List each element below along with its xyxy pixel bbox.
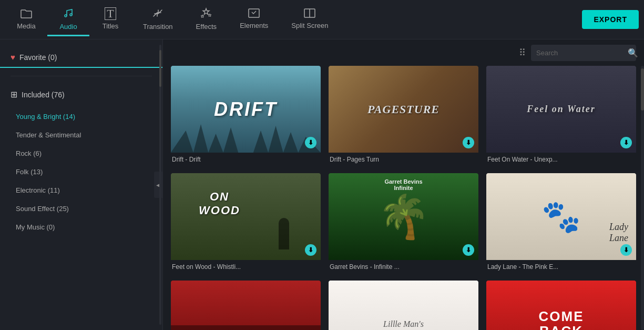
sidebar-folk-label: Folk (13) [16,168,43,176]
media-card-drift-drift[interactable]: DRIFT ⬇ Drift - Drift [171,66,321,165]
media-card-row3-2[interactable]: Lillle Man's ⬇ Lillle Man's [329,281,478,330]
sidebar-item-folk[interactable]: Folk (13) [0,163,162,181]
sidebar-rock-label: Rock (6) [16,149,42,157]
nav-audio[interactable]: Audio [47,3,89,36]
pages-text-overlay: PAGESTURE [367,103,439,116]
nav-audio-label: Audio [59,23,77,31]
media-card-garret[interactable]: 🌴 Garret BevinsInfinite ⬇ Garret Bevins … [329,173,478,273]
media-thumb-feet-water: Feel on Water ⬇ [486,66,636,153]
sidebar-item-electronic[interactable]: Electronic (11) [0,181,162,199]
media-card-row3-1[interactable]: DI ⬇ [171,281,321,330]
sidebar-divider [11,76,152,76]
nav-effects-label: Effects [196,23,217,31]
sidebar-item-my-music[interactable]: My Music (0) [0,218,162,236]
media-thumb-row3-2: Lillle Man's ⬇ [329,281,478,330]
nav-titles[interactable]: T Titles [89,3,131,36]
titles-icon: T [105,7,116,20]
nav-titles-label: Titles [103,22,119,30]
grid-view-icon[interactable]: ⠿ [519,47,526,58]
search-box: 🔍 [531,45,636,61]
media-card-feet-wood[interactable]: ONWOOD ⬇ Feet on Wood - Whistli... [171,173,321,273]
sidebar-my-music-label: My Music (0) [16,223,55,231]
media-thumb-row3-1: DI ⬇ [171,281,321,330]
svg-point-1 [70,14,72,16]
garret-text-overlay: Garret BevinsInfinite [329,178,478,191]
top-nav: Media Audio T Titles Transition Effects [0,0,644,39]
nav-splitscreen[interactable]: Split Screen [280,3,340,36]
nav-splitscreen-label: Split Screen [291,22,328,29]
sidebar-item-young-bright[interactable]: Young & Bright (14) [0,107,162,126]
effects-icon [200,7,212,21]
media-label-lady-lane: Lady Lane - The Pink E... [486,260,636,273]
sidebar-item-rock[interactable]: Rock (6) [0,144,162,163]
media-thumb-lady-lane: 🐾 LadyLane ⬇ [486,173,636,260]
sidebar-included[interactable]: ⊞ Included (76) [0,84,162,105]
sidebar-scrollbar-thumb [159,50,161,87]
sidebar-tender-label: Tender & Sentimental [16,131,81,139]
sidebar: ♥ Favorite (0) ⊞ Included (76) Young & B… [0,39,163,330]
folder-icon [21,8,32,20]
media-card-feet-water[interactable]: Feel on Water ⬇ Feet On Water - Unexp... [486,66,636,165]
media-thumb-feet-wood: ONWOOD ⬇ [171,173,321,260]
nav-media-label: Media [17,22,35,30]
nav-elements[interactable]: Elements [228,3,280,36]
sidebar-item-sound-effect[interactable]: Sound Effect (25) [0,199,162,218]
search-input[interactable] [536,49,625,57]
download-badge-wood[interactable]: ⬇ [305,244,316,256]
main-scrollbar-thumb [641,68,644,111]
nav-transition[interactable]: Transition [131,3,185,36]
grid-category-icon: ⊞ [11,89,17,99]
row3-2-text: Lillle Man's [383,319,424,329]
media-thumb-drift-drift: DRIFT ⬇ [171,66,321,153]
sidebar-favorite[interactable]: ♥ Favorite (0) [0,47,162,68]
media-thumb-comeback: COMEBACK ⬇ [486,281,636,330]
media-label-drift-pages: Drift - Pages Turn [329,153,478,165]
media-label-garret: Garret Bevins - Infinite ... [329,260,478,273]
main-content: ⠿ 🔍 DRIFT ⬇ Drift - Drift [163,39,644,330]
download-badge-lady[interactable]: ⬇ [620,244,632,256]
water-text-overlay: Feel on Water [527,103,595,116]
lady-text-overlay: LadyLane [609,222,628,244]
sidebar-included-label: Included (76) [22,91,65,99]
sidebar-young-bright-label: Young & Bright (14) [16,113,75,121]
nav-effects[interactable]: Effects [185,3,229,36]
media-label-drift-drift: Drift - Drift [171,153,321,165]
media-label-feet-wood: Feet on Wood - Whistli... [171,260,321,273]
download-badge-garret[interactable]: ⬇ [463,244,474,256]
heart-icon: ♥ [11,53,15,62]
drift-text-overlay: DRIFT [214,98,278,121]
sidebar-sound-effect-label: Sound Effect (25) [16,205,69,213]
media-card-lady-lane[interactable]: 🐾 LadyLane ⬇ Lady Lane - The Pink E... [486,173,636,273]
media-grid: DRIFT ⬇ Drift - Drift PAGESTURE ⬇ Drift … [171,66,636,330]
nav-items: Media Audio T Titles Transition Effects [5,3,582,36]
media-label-feet-water: Feet On Water - Unexp... [486,153,636,165]
transition-icon [152,7,163,21]
media-card-drift-pages[interactable]: PAGESTURE ⬇ Drift - Pages Turn [329,66,478,165]
audio-icon [63,7,74,21]
media-thumb-garret: 🌴 Garret BevinsInfinite ⬇ [329,173,478,260]
nav-transition-label: Transition [143,23,173,31]
search-button[interactable]: 🔍 [628,48,638,58]
download-badge-water[interactable]: ⬇ [620,137,632,148]
svg-point-0 [65,15,67,17]
elements-icon [248,8,260,19]
download-badge-drift[interactable]: ⬇ [305,137,316,148]
sidebar-electronic-label: Electronic (11) [16,186,60,194]
content-area: ♥ Favorite (0) ⊞ Included (76) Young & B… [0,39,644,330]
export-button[interactable]: EXPORT [582,10,639,29]
download-badge-pages[interactable]: ⬇ [463,137,474,148]
media-card-comeback[interactable]: COMEBACK ⬇ [486,281,636,330]
main-toolbar: ⠿ 🔍 [163,39,644,66]
comeback-text: COMEBACK [539,309,584,330]
sidebar-favorite-label: Favorite (0) [19,53,57,62]
media-thumb-drift-pages: PAGESTURE ⬇ [329,66,478,153]
main-scrollbar[interactable] [641,66,644,330]
nav-elements-label: Elements [240,22,268,29]
nav-media[interactable]: Media [5,3,47,36]
wood-text-overlay: ONWOOD [199,189,240,217]
media-grid-container: DRIFT ⬇ Drift - Drift PAGESTURE ⬇ Drift … [163,66,644,330]
sidebar-item-tender[interactable]: Tender & Sentimental [0,126,162,144]
splitscreen-icon [304,8,315,19]
sidebar-scrollbar[interactable] [159,45,161,325]
